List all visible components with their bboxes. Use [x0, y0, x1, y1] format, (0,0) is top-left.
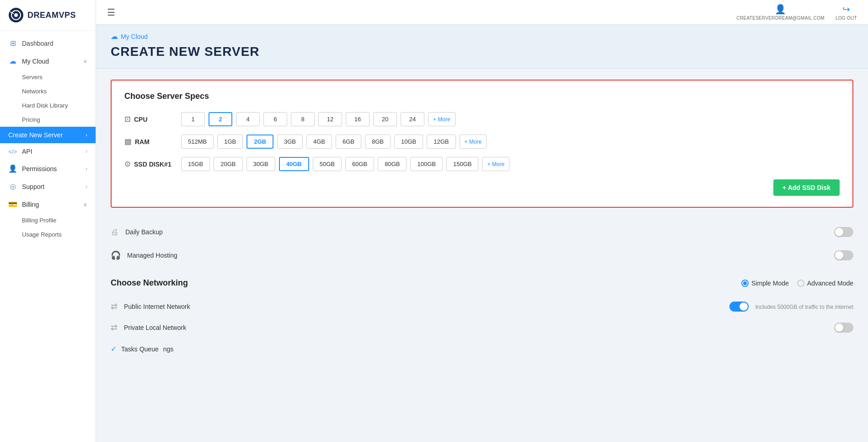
cpu-option-8[interactable]: 8 — [291, 112, 315, 126]
cpu-row: ⊡ CPU 1 2 4 6 8 12 16 20 24 + More — [124, 112, 840, 126]
private-local-label: Private Local Network — [124, 324, 828, 331]
api-icon: </> — [8, 148, 17, 155]
billing-icon: 💳 — [8, 200, 17, 209]
ssd-option-80gb[interactable]: 80GB — [378, 157, 407, 171]
content-area: Choose Server Specs ⊡ CPU 1 2 4 6 8 12 1 — [96, 69, 868, 442]
specs-title: Choose Server Specs — [124, 92, 840, 101]
ram-option-2gb[interactable]: 2GB — [246, 135, 273, 149]
ssd-option-20gb[interactable]: 20GB — [214, 157, 242, 171]
user-info: 👤 CREATESERVERDREAM@GMAIL.COM — [737, 4, 825, 21]
sidebar-item-usage-reports[interactable]: Usage Reports — [0, 227, 96, 242]
ssd-option-60gb[interactable]: 60GB — [345, 157, 374, 171]
sidebar: DREAMVPS ⊞ Dashboard ☁ My Cloud ∨ Server… — [0, 0, 96, 442]
topbar: ☰ 👤 CREATESERVERDREAM@GMAIL.COM ↪ LOG OU… — [96, 0, 868, 25]
toggle-thumb — [835, 228, 843, 236]
simple-mode-radio[interactable] — [741, 280, 749, 287]
cpu-option-6[interactable]: 6 — [263, 112, 287, 126]
sidebar-item-label: Dashboard — [22, 40, 54, 47]
managed-hosting-row: 🎧 Managed Hosting — [111, 244, 853, 267]
daily-backup-icon: 🖨 — [111, 227, 119, 237]
add-ssd-button[interactable]: + Add SSD Disk — [773, 179, 840, 196]
user-icon: 👤 — [775, 4, 786, 15]
ram-option-10gb[interactable]: 10GB — [394, 135, 423, 149]
sidebar-item-label: Create New Server — [8, 131, 63, 139]
managed-hosting-icon: 🎧 — [111, 250, 121, 260]
sidebar-item-billing[interactable]: 💳 Billing ∨ — [0, 195, 96, 213]
toggle-track[interactable] — [729, 302, 749, 312]
cpu-option-2[interactable]: 2 — [209, 112, 232, 126]
ram-more-button[interactable]: + More — [460, 135, 487, 149]
private-local-row: ⇄ Private Local Network — [111, 317, 853, 338]
managed-hosting-toggle[interactable] — [834, 250, 853, 260]
dashboard-icon: ⊞ — [8, 39, 17, 48]
ram-label: ▤ RAM — [124, 137, 175, 146]
ssd-more-button[interactable]: + More — [482, 157, 509, 171]
logo-text: DREAMVPS — [27, 11, 76, 20]
sidebar-item-hard-disk-library[interactable]: Hard Disk Library — [0, 98, 96, 113]
private-local-toggle[interactable] — [834, 323, 853, 333]
cloud-breadcrumb-icon: ☁ — [111, 32, 118, 41]
public-internet-toggle[interactable] — [729, 302, 749, 312]
public-internet-icon: ⇄ — [111, 302, 118, 312]
logo: DREAMVPS — [0, 0, 96, 31]
sidebar-item-label: Permissions — [22, 165, 57, 172]
cpu-option-4[interactable]: 4 — [236, 112, 260, 126]
hamburger-menu-icon[interactable]: ☰ — [107, 7, 115, 18]
ssd-options: 15GB 20GB 30GB 40GB 50GB 60GB 80GB 100GB… — [181, 157, 509, 171]
sidebar-item-my-cloud[interactable]: ☁ My Cloud ∨ — [0, 52, 96, 70]
sidebar-item-billing-profile[interactable]: Billing Profile — [0, 213, 96, 227]
sidebar-item-pricing[interactable]: Pricing — [0, 113, 96, 127]
cpu-option-1[interactable]: 1 — [181, 112, 205, 126]
ram-option-12gb[interactable]: 12GB — [427, 135, 455, 149]
tasks-queue-row: ✓ Tasks Queue ngs — [111, 338, 853, 360]
simple-mode-option[interactable]: Simple Mode — [741, 280, 789, 287]
ssd-option-100gb[interactable]: 100GB — [410, 157, 442, 171]
advanced-mode-radio[interactable] — [797, 280, 804, 287]
cpu-icon: ⊡ — [124, 115, 130, 124]
sidebar-item-api[interactable]: </> API › — [0, 143, 96, 160]
ssd-label: ⊙ SSD DISK#1 — [124, 160, 175, 168]
page-title: CREATE NEW SERVER — [111, 44, 853, 59]
cpu-option-24[interactable]: 24 — [401, 112, 424, 126]
toggle-thumb — [739, 302, 748, 311]
sidebar-item-support[interactable]: ◎ Support › — [0, 178, 96, 195]
cpu-option-12[interactable]: 12 — [318, 112, 342, 126]
advanced-mode-option[interactable]: Advanced Mode — [797, 280, 853, 287]
toggle-track[interactable] — [834, 227, 853, 237]
sidebar-item-servers[interactable]: Servers — [0, 70, 96, 84]
cpu-option-16[interactable]: 16 — [346, 112, 370, 126]
ram-option-6gb[interactable]: 6GB — [336, 135, 361, 149]
chevron-down-icon: ∨ — [83, 58, 87, 65]
ssd-option-150gb[interactable]: 150GB — [446, 157, 478, 171]
logout-button[interactable]: ↪ LOG OUT — [836, 4, 857, 21]
daily-backup-toggle[interactable] — [834, 227, 853, 237]
ram-option-1gb[interactable]: 1GB — [217, 135, 243, 149]
ram-option-4gb[interactable]: 4GB — [306, 135, 332, 149]
sidebar-item-create-new-server[interactable]: Create New Server › — [0, 127, 96, 143]
logout-label: LOG OUT — [836, 16, 857, 21]
ssd-option-15gb[interactable]: 15GB — [181, 157, 210, 171]
ssd-option-40gb[interactable]: 40GB — [279, 157, 309, 171]
sidebar-item-dashboard[interactable]: ⊞ Dashboard — [0, 34, 96, 52]
ssd-option-30gb[interactable]: 30GB — [246, 157, 275, 171]
cpu-option-20[interactable]: 20 — [373, 112, 397, 126]
public-internet-label: Public Internet Network — [124, 303, 723, 310]
ram-options: 512MB 1GB 2GB 3GB 4GB 6GB 8GB 10GB 12GB … — [181, 135, 487, 149]
sidebar-item-networks[interactable]: Networks — [0, 84, 96, 98]
sidebar-item-permissions[interactable]: 👤 Permissions › — [0, 160, 96, 178]
breadcrumb-text: My Cloud — [121, 33, 148, 40]
svg-point-2 — [14, 13, 18, 17]
ram-option-512mb[interactable]: 512MB — [181, 135, 214, 149]
toggle-track[interactable] — [834, 323, 853, 333]
toggle-track[interactable] — [834, 250, 853, 260]
ram-option-3gb[interactable]: 3GB — [277, 135, 303, 149]
specs-card: Choose Server Specs ⊡ CPU 1 2 4 6 8 12 1 — [111, 80, 853, 208]
sidebar-item-label: Billing — [22, 201, 39, 208]
ssd-option-50gb[interactable]: 50GB — [313, 157, 342, 171]
ram-option-8gb[interactable]: 8GB — [365, 135, 391, 149]
chevron-right-icon: › — [86, 132, 87, 138]
mode-options: Simple Mode Advanced Mode — [741, 280, 853, 287]
ssd-row: ⊙ SSD DISK#1 15GB 20GB 30GB 40GB 50GB 60… — [124, 157, 840, 171]
cpu-more-button[interactable]: + More — [428, 112, 455, 126]
toggle-thumb — [835, 251, 843, 259]
